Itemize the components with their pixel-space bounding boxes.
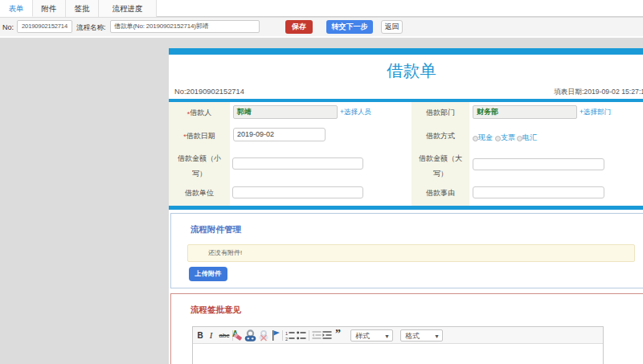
svg-text:1: 1 (285, 330, 288, 335)
svg-text:2: 2 (285, 336, 288, 341)
